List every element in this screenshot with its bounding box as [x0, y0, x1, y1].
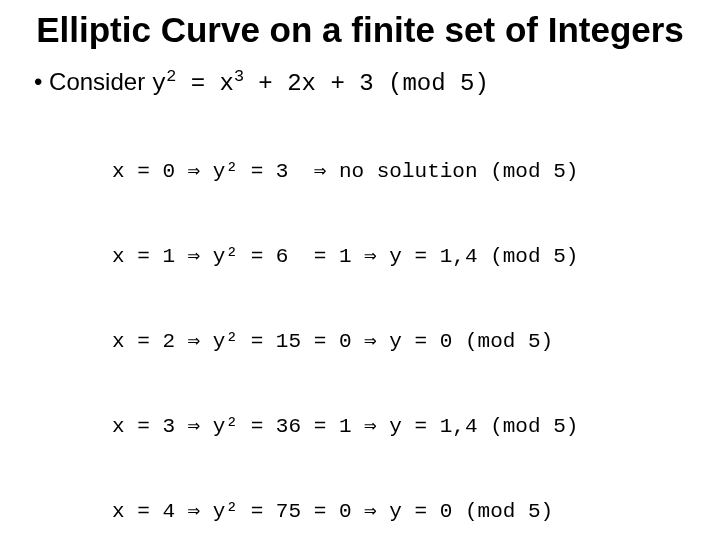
- eq-sup2: 3: [234, 67, 244, 86]
- computation-row: x = 4 ⇒ y² = 75 = 0 ⇒ y = 0 (mod 5): [112, 498, 686, 526]
- computation-row: x = 0 ⇒ y² = 3 ⇒ no solution (mod 5): [112, 158, 686, 186]
- eq-x: = x: [176, 70, 234, 97]
- eq-tail: + 2x + 3 (mod 5): [244, 70, 489, 97]
- eq-y: y: [152, 70, 166, 97]
- consider-prefix: Consider: [49, 68, 152, 95]
- computation-row: x = 1 ⇒ y² = 6 = 1 ⇒ y = 1,4 (mod 5): [112, 243, 686, 271]
- eq-sup1: 2: [166, 67, 176, 86]
- computation-block: x = 0 ⇒ y² = 3 ⇒ no solution (mod 5) x =…: [112, 101, 686, 540]
- consider-bullet: Consider y2 = x3 + 2x + 3 (mod 5): [34, 68, 686, 97]
- computation-row: x = 2 ⇒ y² = 15 = 0 ⇒ y = 0 (mod 5): [112, 328, 686, 356]
- slide-title: Elliptic Curve on a finite set of Intege…: [34, 10, 686, 50]
- equation: y2 = x3 + 2x + 3 (mod 5): [152, 70, 489, 97]
- computation-row: x = 3 ⇒ y² = 36 = 1 ⇒ y = 1,4 (mod 5): [112, 413, 686, 441]
